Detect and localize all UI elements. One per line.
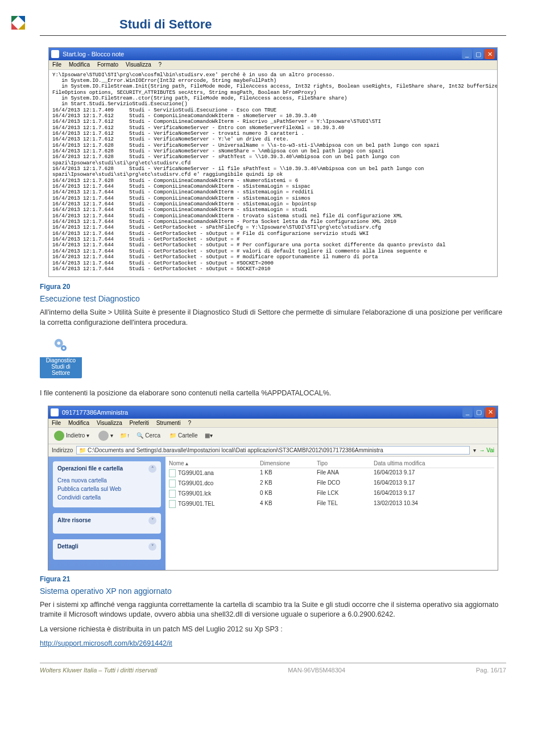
footer-rule [40,663,506,663]
explorer-body: Operazioni file e cartella˄ Crea nuova c… [48,457,498,570]
figure-20-heading: Esecuzione test Diagnostico [40,294,506,303]
menu-view[interactable]: Visualizza [126,61,151,68]
notepad-titlebar: Start.log - Blocco note _ ▢ ✕ [49,48,497,60]
file-list: Nome ▴ Dimensione Tipo Data ultima modif… [166,457,498,570]
paragraph-1: All'interno della Suite > Utilità Suite … [40,308,506,328]
figure-20-label: Figura 20 [40,283,506,291]
details-panel: Dettagli˅ [53,539,161,560]
table-row[interactable]: TG99U01.lck0 KBFile LCK16/04/2013 9.17 [169,489,494,499]
menu-format[interactable]: Formato [97,61,118,68]
column-headers: Nome ▴ Dimensione Tipo Data ultima modif… [169,460,494,468]
support-link[interactable]: http://support.microsoft.com/kb/2691442/… [40,639,172,647]
panel-title: Altre risorse [57,517,91,523]
footer-doc-id: MAN-96VB5M48304 [288,667,345,674]
search-button[interactable]: 🔍 Cerca [134,431,163,440]
diag-label-1: Diagnostico [40,357,82,363]
panel-title: Dettagli [57,543,78,550]
close-button[interactable]: ✕ [485,49,495,59]
minimize-button[interactable]: _ [462,49,472,59]
notepad-screenshot: Start.log - Blocco note _ ▢ ✕ File Modif… [48,47,498,277]
chevron-up-icon[interactable]: ˄ [148,465,156,473]
file-icon [169,490,176,498]
other-panel: Altre risorse˅ [53,513,161,534]
diag-label-3: Settore [40,370,82,376]
forward-button[interactable]: ▾ [96,429,115,442]
footer-page: Pag. 16/17 [476,667,506,674]
menu-file[interactable]: File [52,420,61,426]
title-rule [40,35,506,36]
chevron-down-icon[interactable]: ˅ [148,517,156,524]
notepad-icon [51,50,59,58]
figure-21-label: Figura 21 [40,575,506,583]
svg-point-3 [63,347,65,349]
gear-icon [40,333,82,357]
col-type[interactable]: Tipo [317,460,374,466]
task-new-folder[interactable]: Crea nuova cartella [57,476,156,485]
file-icon [169,469,176,477]
page-footer: Wolters Kluwer Italia – Tutti i diritti … [40,667,506,674]
diag-label-2: Studi di [40,363,82,370]
file-icon [169,480,176,488]
address-bar: Indirizzo 📁 C:\Documents and Settings\d.… [48,444,498,457]
menu-edit[interactable]: Modifica [68,420,89,426]
folders-button[interactable]: 📁 Cartelle [167,431,200,440]
notepad-content: Y:\Ipsoware\STUDI\STI\prg\com\cosfml\bin… [49,70,497,277]
file-icon [169,500,176,508]
explorer-titlebar: 0917177386Amministra _ ▢ ✕ [48,406,498,419]
explorer-menubar: File Modifica Visualizza Preferiti Strum… [48,419,498,428]
menu-edit[interactable]: Modifica [69,61,90,68]
maximize-button[interactable]: ▢ [474,407,484,418]
explorer-title: 0917177386Amministra [62,409,128,416]
menu-help[interactable]: ? [188,420,191,426]
figure-21-heading: Sistema operativo XP non aggiornato [40,586,506,596]
tasks-panel: Operazioni file e cartella˄ Crea nuova c… [53,461,161,507]
brand-logo [11,16,25,30]
paragraph-3: Per i sistemi xp affinché venga raggiunt… [40,600,506,620]
task-publish[interactable]: Pubblica cartella sul Web [57,485,156,493]
col-name[interactable]: Nome ▴ [169,460,260,466]
table-row[interactable]: TG99U01.TEL4 KBFile TEL13/02/2013 10.34 [169,499,494,509]
menu-file[interactable]: File [52,61,61,68]
diagnostic-icon[interactable]: Diagnostico Studi di Settore [40,333,82,378]
go-button[interactable]: → Vai [479,447,495,453]
col-size[interactable]: Dimensione [260,460,317,466]
views-icon[interactable]: ▦▾ [205,432,213,439]
page-title: Studi di Settore [119,17,506,32]
back-button[interactable]: Indietro ▾ [52,429,92,442]
chevron-down-icon[interactable]: ˅ [148,543,156,551]
menu-help[interactable]: ? [159,61,162,68]
notepad-menubar: File Modifica Formato Visualizza ? [49,60,497,70]
address-dropdown-icon[interactable]: ▾ [473,447,476,453]
paragraph-2: I file contenenti la posizione da elabor… [40,389,506,399]
table-row[interactable]: TG99U01.ana1 KBFile ANA16/04/2013 9.17 [169,468,494,478]
footer-copyright: Wolters Kluwer Italia – Tutti i diritti … [40,667,157,674]
menu-fav[interactable]: Preferiti [130,420,149,426]
menu-view[interactable]: Visualizza [97,420,122,426]
panel-title: Operazioni file e cartella [57,465,123,472]
notepad-title: Start.log - Blocco note [63,51,124,58]
task-share[interactable]: Condividi cartella [57,493,156,502]
svg-point-1 [57,342,61,345]
explorer-toolbar: Indietro ▾ ▾ 📁↑ 🔍 Cerca 📁 Cartelle ▦▾ [48,428,498,444]
maximize-button[interactable]: ▢ [473,49,483,59]
menu-tools[interactable]: Strumenti [156,420,181,426]
up-icon[interactable]: 📁↑ [120,432,130,439]
explorer-sidebar: Operazioni file e cartella˄ Crea nuova c… [48,457,166,570]
close-button[interactable]: ✕ [485,407,495,418]
minimize-button[interactable]: _ [462,407,473,418]
address-input[interactable]: 📁 C:\Documents and Settings\d.baravalle\… [76,446,469,455]
folder-icon [51,408,59,416]
col-date[interactable]: Data ultima modifica [374,460,494,466]
address-label: Indirizzo [52,447,73,453]
paragraph-4: La versione richiesta è distribuita in u… [40,625,506,635]
table-row[interactable]: TG99U01.dco2 KBFile DCO16/04/2013 9.17 [169,478,494,489]
explorer-screenshot: 0917177386Amministra _ ▢ ✕ File Modifica… [48,406,498,571]
